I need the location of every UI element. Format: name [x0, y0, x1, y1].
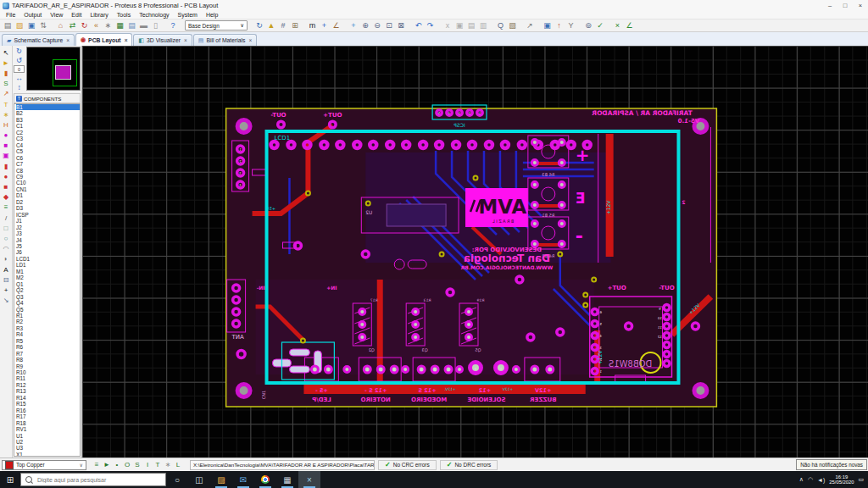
ibeam-icon[interactable]: I — [142, 460, 153, 470]
volume-icon[interactable]: ◄) — [817, 477, 825, 483]
rotate-ccw-button[interactable]: ↺ — [14, 56, 25, 64]
component-icsp[interactable]: ICSP — [16, 212, 80, 218]
route-arrow-icon[interactable]: ► — [102, 460, 112, 470]
origin-icon[interactable]: ⊞ — [290, 20, 301, 31]
tab-close-icon[interactable]: × — [66, 37, 70, 43]
smd-rect-pad-icon[interactable]: ▮ — [1, 161, 11, 171]
close-button[interactable]: × — [853, 0, 868, 11]
component-c4[interactable]: C4 — [16, 142, 80, 148]
zoom-in-icon[interactable]: ⊕ — [360, 20, 371, 31]
file-explorer-icon[interactable]: ▨ — [210, 471, 232, 488]
search-input[interactable] — [36, 476, 161, 484]
tag-icon[interactable]: ▧ — [507, 20, 518, 31]
component-r1[interactable]: R1 — [16, 313, 80, 319]
component-r10[interactable]: R10 — [16, 369, 80, 375]
menu-help[interactable]: Help — [202, 12, 222, 18]
dimension-icon[interactable]: ↘ — [1, 296, 11, 306]
component-r8[interactable]: R8 — [16, 357, 80, 363]
marker-icon[interactable]: + — [1, 285, 11, 295]
cut-icon[interactable]: x — [442, 20, 453, 31]
new-document-icon[interactable]: ▤ — [3, 20, 14, 31]
component-mode-icon[interactable]: ► — [1, 58, 11, 68]
pin-icon[interactable]: ↑ — [554, 20, 565, 31]
component-lcd1[interactable]: LCD1 — [16, 256, 80, 262]
component-m1[interactable]: M1 — [16, 269, 80, 274]
star-icon[interactable]: ∗ — [163, 460, 173, 470]
tab-3d-visualizer[interactable]: ◧ 3D Visualizer × — [133, 34, 192, 46]
component-c9[interactable]: C9 — [16, 174, 80, 180]
pick-icon[interactable]: ↗ — [525, 20, 536, 31]
component-j2[interactable]: J2 — [16, 225, 80, 230]
package-mode-icon[interactable]: ▮ — [1, 68, 11, 78]
smd-square-pad-icon[interactable]: ■ — [1, 181, 11, 191]
redo-icon[interactable]: ↷ — [425, 20, 436, 31]
arc-icon[interactable]: ◠ — [1, 244, 11, 254]
rotate-cw-button[interactable]: ↻ — [14, 47, 25, 55]
text-style-icon[interactable]: T — [153, 460, 163, 470]
circle-icon[interactable]: ○ — [1, 233, 11, 243]
path-icon[interactable]: ◗ — [1, 254, 11, 264]
component-c2[interactable]: C2 — [16, 130, 80, 136]
open-folder-icon[interactable]: ▨ — [14, 20, 25, 31]
menu-file[interactable]: File — [2, 12, 19, 18]
component-c5[interactable]: C5 — [16, 148, 80, 154]
component-j3[interactable]: J3 — [16, 230, 80, 236]
component-ld1[interactable]: LD1 — [16, 262, 80, 268]
home-icon[interactable]: ⌂ — [55, 20, 66, 31]
corner-icon[interactable]: L — [173, 460, 183, 470]
component-q1[interactable]: Q1 — [16, 281, 80, 287]
component-r4[interactable]: R4 — [16, 331, 80, 337]
component-r3[interactable]: R3 — [16, 325, 80, 331]
strip-icon[interactable]: ▬ — [138, 20, 149, 31]
component-r12[interactable]: R12 — [16, 382, 80, 388]
highlight-mode-icon[interactable]: H — [1, 119, 11, 130]
menu-system[interactable]: System — [174, 12, 202, 18]
measure-icon[interactable]: ∠ — [624, 20, 635, 31]
component-c1[interactable]: C1 — [16, 123, 80, 129]
calculator-icon[interactable]: ▦ — [276, 471, 298, 488]
maximize-button[interactable]: □ — [837, 0, 853, 11]
tab-close-icon[interactable]: × — [249, 37, 253, 43]
component-r9[interactable]: R9 — [16, 363, 80, 369]
search-components-icon[interactable]: ⊚ — [583, 20, 594, 31]
refresh-design-icon[interactable]: ↻ — [79, 20, 90, 31]
component-u3[interactable]: U3 — [16, 445, 80, 451]
menu-tools[interactable]: Tools — [113, 12, 135, 18]
component-r18[interactable]: R18 — [16, 420, 80, 426]
component-c10[interactable]: C10 — [16, 180, 80, 186]
component-u1[interactable]: U1 — [16, 433, 80, 439]
component-rv1[interactable]: RV1 — [16, 426, 80, 432]
proteus-icon[interactable]: × — [298, 471, 320, 488]
gear-icon[interactable]: ∗ — [103, 20, 114, 31]
trace-style-icon[interactable]: S — [132, 460, 142, 470]
menu-library[interactable]: Library — [86, 12, 112, 18]
smd-round-pad-icon[interactable]: ● — [1, 171, 11, 181]
component-r11[interactable]: R11 — [16, 375, 80, 381]
board-icon[interactable]: ▦ — [114, 20, 125, 31]
grid-icon[interactable]: # — [278, 20, 289, 31]
component-q5[interactable]: Q5 — [16, 307, 80, 313]
wizard-icon[interactable]: Y — [565, 20, 576, 31]
component-r5[interactable]: R5 — [16, 338, 80, 344]
verify-icon[interactable]: ✓ — [595, 20, 606, 31]
padstack-icon[interactable]: ≡ — [1, 202, 11, 213]
task-view-icon[interactable]: ◫ — [188, 471, 210, 488]
component-r13[interactable]: R13 — [16, 388, 80, 394]
component-r14[interactable]: R14 — [16, 395, 80, 401]
menu-edit[interactable]: Edit — [67, 12, 86, 18]
component-r15[interactable]: R15 — [16, 401, 80, 407]
component-r7[interactable]: R7 — [16, 351, 80, 357]
round-pad-icon[interactable]: ● — [1, 130, 11, 141]
component-r6[interactable]: R6 — [16, 344, 80, 350]
back-annotate-icon[interactable]: « — [91, 20, 102, 31]
minimize-button[interactable]: – — [822, 0, 837, 11]
pcb-drawing[interactable]: AVM BRAZIL LCD1 ICSP TARIFADOR AR / ASPI… — [82, 46, 868, 458]
smd-polygon-pad-icon[interactable]: ◆ — [1, 192, 11, 202]
design-selector[interactable]: Base Design ∨ — [185, 20, 248, 30]
zone-mode-icon[interactable]: T — [1, 99, 11, 109]
layer-selector[interactable]: Top Copper ∨ — [2, 460, 86, 470]
new-part-icon[interactable]: ▣ — [542, 20, 553, 31]
component-q4[interactable]: Q4 — [16, 300, 80, 306]
component-c7[interactable]: C7 — [16, 161, 80, 167]
tab-close-icon[interactable]: × — [184, 37, 187, 43]
